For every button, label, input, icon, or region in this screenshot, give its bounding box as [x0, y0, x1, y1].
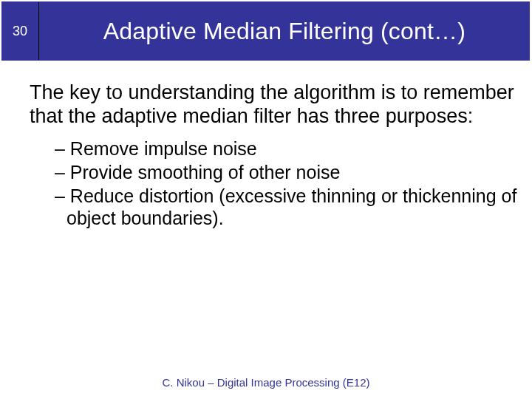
bullet-text: Provide smoothing of other noise	[70, 162, 341, 183]
bullet-text: Remove impulse noise	[70, 138, 257, 159]
dash-icon: –	[55, 162, 70, 183]
list-item: – Remove impulse noise	[55, 137, 517, 160]
slide-title: Adaptive Median Filtering (cont…)	[42, 18, 530, 45]
dash-icon: –	[55, 185, 70, 206]
slide: 30 Adaptive Median Filtering (cont…) The…	[0, 0, 532, 399]
intro-paragraph: The key to understanding the algorithm i…	[30, 81, 517, 129]
bullet-text: Reduce distortion (excessive thinning or…	[66, 185, 516, 228]
page-number-box: 30	[1, 2, 39, 60]
slide-body: The key to understanding the algorithm i…	[30, 81, 517, 231]
title-bar: 30 Adaptive Median Filtering (cont…)	[1, 1, 530, 61]
page-number: 30	[13, 24, 27, 39]
list-item: – Reduce distortion (excessive thinning …	[55, 185, 517, 229]
dash-icon: –	[55, 138, 70, 159]
slide-footer: C. Nikou – Digital Image Processing (E12…	[0, 376, 532, 389]
bullet-list: – Remove impulse noise – Provide smoothi…	[55, 137, 517, 229]
list-item: – Provide smoothing of other noise	[55, 161, 517, 183]
